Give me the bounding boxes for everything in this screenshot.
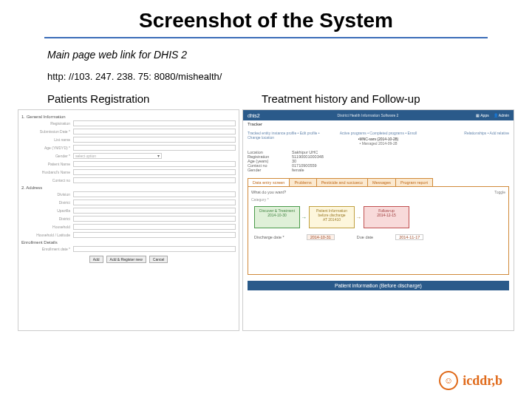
field-label: Household — [21, 225, 73, 229]
managed-date: • Managed 2014-09-28 — [336, 141, 420, 146]
nav-tracker[interactable]: Tracker — [243, 120, 514, 128]
arrow-icon: → — [355, 214, 361, 221]
field-label: Household / Latitude — [21, 233, 73, 237]
subtitle: Main page web link for DHIS 2 — [47, 49, 532, 61]
page-title: Screenshot of the System — [44, 0, 488, 38]
crumb-mid[interactable]: Active programs • Completed programs • E… — [336, 131, 420, 135]
logo-text: icddr,b — [463, 373, 502, 389]
toggle-link[interactable]: Toggle — [494, 190, 505, 194]
section-address: 2. Address — [21, 185, 236, 190]
patient-info: LocationSakhipur UHC Registration5119000… — [243, 149, 514, 174]
category-label: Category * — [251, 197, 505, 202]
date-input[interactable] — [73, 129, 236, 134]
url-text: http: //103. 247. 238. 75: 8080/mishealt… — [47, 71, 532, 82]
text-input[interactable] — [73, 232, 236, 238]
text-input[interactable] — [73, 177, 236, 183]
tab-data-entry[interactable]: Data entry screen — [248, 178, 290, 186]
label-left: Patients Registration — [18, 92, 239, 105]
field-label: Gender * — [21, 154, 73, 158]
info-band: Patient information (Before discharge) — [248, 281, 509, 290]
stage-patient-info[interactable]: Patient Information before dischargeAT 2… — [309, 206, 355, 228]
apps-icon[interactable]: ▦ Apps — [476, 113, 489, 117]
field-label: Enrollment date * — [21, 247, 73, 251]
text-input[interactable] — [73, 145, 236, 151]
app-header: dhis2 District Health Information Softwa… — [243, 110, 514, 120]
label-right: Treatment history and Follow-up — [239, 92, 514, 105]
due-label: Due date — [357, 235, 373, 239]
crumb-right[interactable]: Relationships • Add relative — [425, 131, 509, 135]
field-label: District — [21, 200, 73, 205]
stage-discover[interactable]: Discover & Treatment2014-10-30 → — [254, 206, 300, 228]
stage-followup[interactable]: Follow-up2014-12-15 — [364, 206, 409, 228]
brand-sub: District Health Information Software 2 — [338, 113, 399, 117]
date-input[interactable] — [73, 246, 236, 252]
logo-icddrb: ☺ icddr,b — [439, 371, 502, 390]
field-label: Age (YMDYD) * — [21, 146, 73, 150]
text-input[interactable] — [73, 169, 236, 175]
breadcrumb: Tracked entity instance profile • Edit p… — [243, 128, 514, 149]
screenshot-registration: 1. General Information Registration Subm… — [18, 109, 239, 331]
add-button[interactable]: Add — [89, 256, 103, 263]
text-input[interactable] — [73, 137, 236, 143]
field-label: Patient Name — [21, 162, 73, 166]
cancel-button[interactable]: Cancel — [149, 256, 168, 263]
user-menu[interactable]: 👤 Admin — [494, 113, 509, 117]
section-general: 1. General Information — [21, 115, 236, 119]
tab-pane: Toggle What do you want? Category * Disc… — [248, 186, 509, 275]
discharge-label: Discharge date * — [254, 235, 284, 239]
field-label: Registration — [21, 121, 73, 126]
text-input[interactable] — [73, 161, 236, 167]
screenshot-treatment: dhis2 District Health Information Softwa… — [242, 109, 514, 331]
arrow-icon: → — [301, 214, 307, 221]
tab-problems[interactable]: Problems — [289, 178, 316, 186]
field-label: Submission Date * — [21, 129, 73, 134]
field-label: List name — [21, 137, 73, 142]
add-register-button[interactable]: Add & Register new — [106, 256, 146, 263]
field-label: Upazilla — [21, 208, 73, 213]
text-input[interactable] — [73, 224, 236, 230]
tabs: Data entry screen Problems Pesticide and… — [248, 178, 509, 186]
text-input[interactable] — [73, 200, 236, 205]
field-label: Husband's Name — [21, 170, 73, 174]
text-input[interactable] — [73, 120, 236, 126]
logo-icon: ☺ — [439, 371, 458, 390]
tab-messages[interactable]: Messages — [367, 178, 396, 186]
discharge-date[interactable]: 2014-10-31 — [307, 234, 335, 240]
prompt-text: What do you want? — [251, 190, 505, 194]
field-label: District — [21, 216, 73, 221]
due-date[interactable]: 2014-11-17 — [395, 234, 423, 240]
text-input[interactable] — [73, 191, 236, 197]
section-enroll: Enrollment Details — [21, 240, 236, 245]
text-input[interactable] — [73, 216, 236, 222]
crumb-left[interactable]: Tracked entity instance profile • Edit p… — [248, 131, 332, 140]
tab-report[interactable]: Program report — [395, 178, 433, 186]
field-label: Contact no — [21, 178, 73, 183]
gender-select[interactable]: select option — [73, 153, 162, 159]
tab-pesticide[interactable]: Pesticide and socioeco — [316, 178, 368, 186]
text-input[interactable] — [73, 208, 236, 214]
brand: dhis2 — [248, 113, 260, 118]
field-label: Division — [21, 192, 73, 197]
